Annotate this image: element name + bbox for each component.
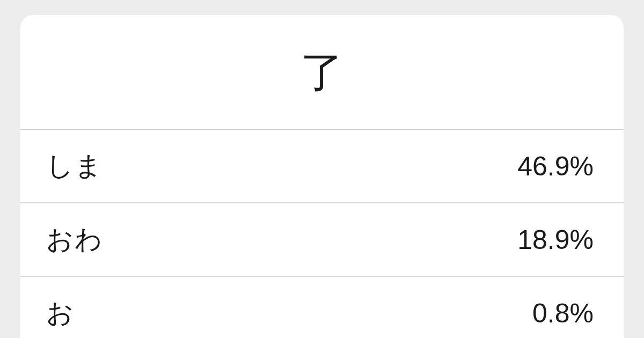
reading-row: おわ 18.9% — [20, 203, 624, 277]
reading-text: お — [46, 295, 75, 331]
reading-row: しま 46.9% — [20, 130, 624, 203]
reading-text: おわ — [46, 222, 103, 258]
reading-text: しま — [46, 148, 103, 184]
reading-row: お 0.8% — [20, 277, 624, 338]
kanji-character: 了 — [301, 48, 343, 96]
reading-percent: 0.8% — [532, 298, 594, 329]
kanji-header: 了 — [20, 15, 624, 130]
reading-percent: 46.9% — [517, 151, 594, 182]
readings-card: 了 しま 46.9% おわ 18.9% お 0.8% — [20, 15, 624, 338]
reading-percent: 18.9% — [517, 224, 594, 255]
